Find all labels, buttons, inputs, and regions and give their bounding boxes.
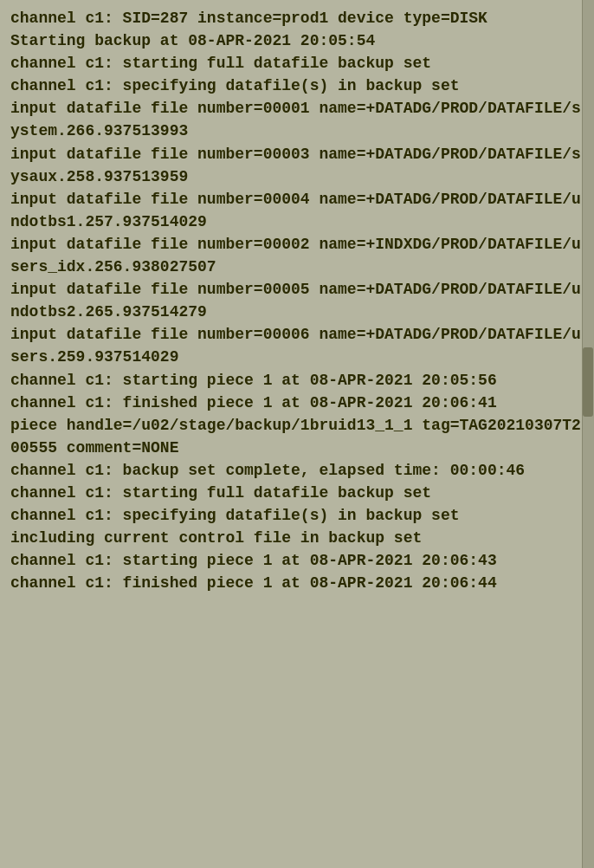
terminal-line: channel c1: SID=287 instance=prod1 devic… [10,7,584,29]
scrollbar[interactable] [582,0,594,868]
terminal-line: channel c1: specifying datafile(s) in ba… [10,74,584,97]
scrollbar-thumb[interactable] [583,347,593,417]
terminal-line: input datafile file number=00003 name=+D… [10,143,584,188]
terminal-line: including current control file in backup… [10,527,584,549]
terminal-line: channel c1: starting full datafile backu… [10,52,584,74]
terminal-line: channel c1: starting piece 1 at 08-APR-2… [10,369,584,392]
terminal-line: input datafile file number=00005 name=+D… [10,278,584,323]
terminal-line: channel c1: finished piece 1 at 08-APR-2… [10,572,584,594]
terminal-line: Starting backup at 08-APR-2021 20:05:54 [10,29,584,52]
terminal-line: piece handle=/u02/stage/backup/1bruid13_… [10,414,584,459]
terminal-line: channel c1: backup set complete, elapsed… [10,459,584,482]
terminal-line: channel c1: finished piece 1 at 08-APR-2… [10,392,584,414]
terminal-line: channel c1: starting piece 1 at 08-APR-2… [10,549,584,572]
terminal-line: input datafile file number=00001 name=+D… [10,97,584,142]
terminal-output: channel c1: SID=287 instance=prod1 devic… [0,0,594,868]
terminal-line: input datafile file number=00004 name=+D… [10,188,584,233]
terminal-line: input datafile file number=00002 name=+I… [10,233,584,278]
terminal-line: input datafile file number=00006 name=+D… [10,323,584,368]
terminal-line: channel c1: starting full datafile backu… [10,482,584,504]
terminal-line: channel c1: specifying datafile(s) in ba… [10,504,584,527]
